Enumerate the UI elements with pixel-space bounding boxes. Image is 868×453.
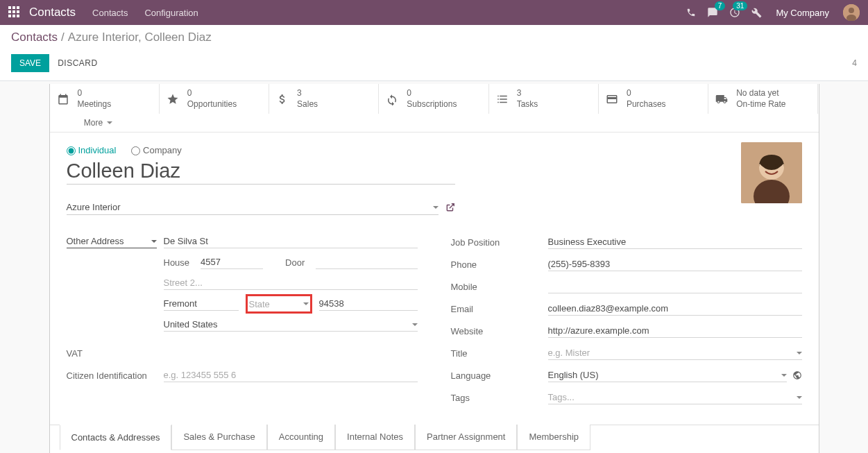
email-input[interactable]: colleen.diaz83@example.com [548, 302, 802, 316]
truck-icon [715, 93, 729, 105]
state-select[interactable] [246, 294, 312, 314]
tab-partner-assignment[interactable]: Partner Assignment [415, 425, 517, 450]
chat-badge: 7 [715, 1, 726, 10]
user-avatar[interactable] [843, 4, 860, 21]
breadcrumb: Contacts / Azure Interior, Colleen Diaz [11, 31, 857, 44]
job-input[interactable]: Business Executive [548, 235, 802, 249]
mobile-input[interactable] [548, 280, 802, 293]
website-label: Website [451, 326, 548, 336]
svg-point-6 [765, 164, 768, 167]
chat-icon[interactable]: 7 [707, 7, 718, 18]
tab-internal-notes[interactable]: Internal Notes [335, 425, 415, 450]
star-icon [167, 93, 180, 105]
contact-photo[interactable] [741, 142, 802, 203]
title-label: Title [451, 348, 548, 359]
radio-individual[interactable]: Individual [67, 145, 117, 155]
website-input[interactable]: http://azure.example.com [548, 324, 802, 338]
form-sheet: 0Meetings 0Opportunities 3Sales 0Subscri… [49, 84, 819, 453]
door-input[interactable] [316, 255, 417, 269]
phone-label: Phone [451, 259, 548, 270]
company-name[interactable]: My Company [776, 8, 829, 18]
activity-badge: 31 [733, 1, 747, 10]
top-navbar: Contacts Contacts Configuration 7 31 My … [0, 0, 868, 25]
tools-icon[interactable] [751, 8, 762, 18]
control-panel: Contacts / Azure Interior, Colleen Diaz … [0, 25, 868, 81]
stat-opportunities[interactable]: 0Opportunities [160, 84, 269, 114]
stat-more[interactable]: More [50, 114, 147, 132]
citizen-id-input[interactable] [164, 368, 418, 382]
language-select[interactable]: English (US) [548, 368, 787, 382]
stat-meetings[interactable]: 0Meetings [50, 84, 160, 114]
tasks-icon [496, 93, 510, 105]
stat-subscriptions[interactable]: 0Subscriptions [379, 84, 488, 114]
app-brand: Contacts [29, 6, 76, 19]
house-input[interactable]: 4557 [201, 255, 263, 269]
house-label: House [164, 257, 193, 268]
stat-buttons-row: 0Meetings 0Opportunities 3Sales 0Subscri… [50, 84, 819, 133]
stat-tasks[interactable]: 3Tasks [489, 84, 599, 114]
activity-icon[interactable]: 31 [729, 7, 740, 18]
address-type-select[interactable]: Other Address [67, 234, 157, 248]
stat-sales[interactable]: 3Sales [269, 84, 379, 114]
breadcrumb-root[interactable]: Contacts [11, 31, 58, 44]
refresh-icon [386, 93, 400, 105]
apps-grid-icon[interactable] [8, 6, 21, 19]
language-label: Language [451, 370, 548, 381]
zip-input[interactable]: 94538 [319, 297, 418, 311]
page-number: 4 [852, 58, 857, 68]
nav-configuration[interactable]: Configuration [144, 8, 198, 18]
job-label: Job Position [451, 237, 548, 248]
tab-membership[interactable]: Membership [517, 425, 590, 450]
save-button[interactable]: SAVE [11, 54, 49, 72]
tab-sales-purchase[interactable]: Sales & Purchase [171, 425, 266, 450]
dollar-icon [276, 93, 290, 105]
contact-type-radios: Individual Company [67, 145, 802, 155]
title-select[interactable]: e.g. Mister [548, 346, 802, 360]
street2-input[interactable]: Street 2... [164, 276, 418, 290]
tab-contacts-addresses[interactable]: Contacts & Addresses [60, 425, 172, 450]
external-link-icon[interactable] [445, 203, 455, 212]
breadcrumb-current: Azure Interior, Colleen Diaz [68, 31, 212, 44]
citizen-id-label: Citizen Identification [67, 370, 164, 381]
discard-button[interactable]: DISCARD [58, 58, 98, 68]
contact-name[interactable]: Colleen Diaz [67, 160, 455, 185]
phone-icon[interactable] [686, 8, 696, 17]
phone-input[interactable]: (255)-595-8393 [548, 257, 802, 271]
tags-label: Tags [451, 393, 548, 403]
nav-contacts[interactable]: Contacts [92, 8, 128, 18]
notebook-tabs: Contacts & Addresses Sales & Purchase Ac… [50, 425, 819, 450]
email-label: Email [451, 304, 548, 314]
svg-point-1 [849, 8, 854, 13]
stat-ontime-rate[interactable]: No data yetOn-time Rate [708, 84, 818, 114]
country-select[interactable]: United States [164, 318, 418, 332]
city-input[interactable]: Fremont [164, 297, 239, 311]
door-label: Door [271, 257, 307, 268]
parent-company-select[interactable]: Azure Interior [67, 200, 439, 215]
vat-label: VAT [67, 348, 164, 359]
radio-company[interactable]: Company [131, 145, 182, 155]
globe-icon[interactable] [792, 370, 802, 380]
mobile-label: Mobile [451, 282, 548, 292]
stat-purchases[interactable]: 0Purchases [599, 84, 708, 114]
calendar-icon [57, 93, 71, 105]
street-input[interactable]: De Silva St [164, 234, 418, 248]
svg-point-7 [775, 164, 778, 167]
credit-card-icon [606, 93, 620, 105]
tab-accounting[interactable]: Accounting [267, 425, 335, 450]
tags-select[interactable]: Tags... [548, 391, 802, 404]
